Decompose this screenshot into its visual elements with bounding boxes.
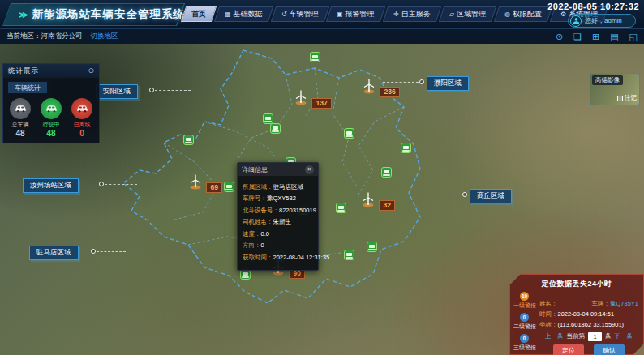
alert-row-name-plate: 姓名： 车牌：豫Q735Y1 bbox=[539, 294, 638, 309]
alert-row-time: 时间： 2022-08-04 09:14:51 bbox=[539, 310, 638, 319]
region-button-zhumadian[interactable]: 驻马店区域 bbox=[29, 246, 79, 260]
alert-row-coord: 坐标： (113.601862 33.155901) bbox=[539, 321, 638, 329]
cluster-marker[interactable]: 137 bbox=[294, 89, 332, 109]
alert-panel: 定位数据丢失24小时 19 一级警报 0 二级警报 0 三级警报 bbox=[509, 274, 644, 355]
vehicle-stats-row: 总车辆 48 行驶中 48 已离线 0 bbox=[3, 95, 99, 143]
statistics-panel-title: 统计展示 bbox=[8, 66, 39, 76]
stat-driving: 行驶中 48 bbox=[36, 98, 66, 138]
system-clock: 2022-08-05 10:27:32 bbox=[547, 2, 639, 11]
vehicle-marker-icon[interactable] bbox=[344, 250, 354, 260]
wind-turbine-icon bbox=[188, 173, 203, 190]
vehicle-marker-icon[interactable] bbox=[183, 135, 194, 145]
region-button-shangqiu[interactable]: 商丘区域 bbox=[470, 189, 512, 203]
cluster-count: 69 bbox=[206, 182, 221, 193]
popup-field-direction: 方向：0 bbox=[243, 242, 313, 250]
minimap[interactable]: 高德影像 注记 bbox=[590, 73, 640, 105]
alert-plate-value: 豫Q735Y1 bbox=[610, 300, 638, 307]
popup-field-driver: 司机姓名：朱新生 bbox=[243, 218, 313, 226]
layers-icon[interactable]: ❏ bbox=[573, 32, 582, 41]
user-menu[interactable]: 您好，admin bbox=[568, 14, 636, 28]
confirm-button[interactable]: 确认 bbox=[594, 344, 625, 355]
connector-dot bbox=[91, 249, 96, 254]
vehicle-marker-icon[interactable] bbox=[263, 113, 273, 124]
prev-record-link[interactable]: 上一条 bbox=[545, 332, 564, 340]
switch-region-link[interactable]: 切换地区 bbox=[91, 32, 118, 41]
page-number-input[interactable] bbox=[588, 332, 602, 341]
popup-field-device: 北斗设备号：82203150019 bbox=[243, 207, 313, 215]
vehicle-marker-icon[interactable] bbox=[336, 203, 346, 213]
annotation-checkbox[interactable]: 注记 bbox=[617, 94, 637, 102]
alert-tab-level1[interactable]: 19 一级警报 bbox=[513, 292, 539, 310]
vehicle-marker-icon[interactable] bbox=[224, 182, 234, 192]
tab-basic-data[interactable]: ▦基础数据 bbox=[214, 6, 273, 22]
vehicle-marker-icon[interactable] bbox=[381, 167, 392, 178]
alert-count-badge: 19 bbox=[520, 292, 529, 301]
apps-grid-icon[interactable]: ⊞ bbox=[592, 32, 599, 41]
alert-tab-level2[interactable]: 0 二级警报 bbox=[513, 313, 539, 331]
vehicle-marker-icon[interactable] bbox=[344, 128, 354, 139]
region-button-ruzhou[interactable]: 汝州场站区域 bbox=[23, 178, 79, 193]
alert-panel-title: 定位数据丢失24小时 bbox=[510, 279, 643, 289]
tab-vehicle-mgmt[interactable]: ↺车辆管理 bbox=[270, 6, 328, 22]
region-button-puyang[interactable]: 濮阳区域 bbox=[427, 76, 469, 91]
vehicle-detail-popup: 详细信息 ✕ 所属区域：驻马店区域 车牌号：豫QXY532 北斗设备号：8220… bbox=[237, 162, 319, 271]
connector-line bbox=[155, 90, 191, 91]
app-title-banner: ≫ 新能源场站车辆安全管理系统 ≪ bbox=[2, 3, 185, 26]
alert-pager: 上一条 当前第 条 下一条 bbox=[539, 332, 638, 341]
service-icon: ✛ bbox=[393, 11, 399, 18]
map-toolbar: ⊙ ❏ ⊞ ▤ ◱ bbox=[556, 29, 638, 44]
permission-icon: ◍ bbox=[504, 11, 510, 18]
fullscreen-icon[interactable]: ◱ bbox=[629, 32, 638, 41]
cluster-count: 286 bbox=[380, 87, 399, 97]
user-greeting: 您好，admin bbox=[585, 16, 622, 25]
car-icon bbox=[10, 98, 31, 119]
vehicle-stats-tab[interactable]: 车辆统计 bbox=[8, 82, 47, 93]
satellite-map[interactable]: 137 286 69 32 90 安阳区域 濮阳区域 汝州场站区域 商丘区域 bbox=[0, 44, 644, 355]
tab-permission-config[interactable]: ◍权限配置 bbox=[494, 6, 552, 22]
app-title: 新能源场站车辆安全管理系统 bbox=[32, 7, 186, 22]
sub-header: 当前地区：河南省分公司 切换地区 ⊙ ❏ ⊞ ▤ ◱ bbox=[0, 29, 644, 44]
connector-dot bbox=[462, 192, 467, 197]
target-icon[interactable]: ⊙ bbox=[556, 32, 563, 41]
locate-button[interactable]: 定位 bbox=[553, 344, 584, 355]
vehicle-marker-icon[interactable] bbox=[310, 52, 320, 62]
close-icon[interactable]: ✕ bbox=[305, 165, 314, 174]
tab-region-mgmt[interactable]: ▱区域管理 bbox=[438, 6, 496, 22]
vehicle-marker-icon[interactable] bbox=[270, 123, 281, 134]
region-button-anyang[interactable]: 安阳区域 bbox=[96, 84, 138, 99]
statistics-panel: 统计展示 ⊖ 车辆统计 总车辆 48 行驶中 48 bbox=[2, 63, 100, 143]
collapse-icon[interactable]: ⊖ bbox=[88, 67, 94, 75]
main-nav: 首页 ▦基础数据 ↺车辆管理 ▣报警管理 ✛自主服务 ▱区域管理 ◍权限配置 ⚙… bbox=[183, 6, 606, 22]
alert-tab-level3[interactable]: 0 三级警报 bbox=[513, 334, 539, 352]
connector-line bbox=[431, 195, 462, 195]
cluster-marker[interactable]: 32 bbox=[361, 191, 395, 211]
car-icon bbox=[41, 98, 62, 119]
app-window: ≫ 新能源场站车辆安全管理系统 ≪ 首页 ▦基础数据 ↺车辆管理 ▣报警管理 ✛… bbox=[0, 0, 644, 355]
user-avatar-icon bbox=[570, 15, 582, 27]
alert-buttons: 定位 确认 bbox=[539, 344, 638, 355]
stat-total-vehicles: 总车辆 48 bbox=[6, 98, 35, 138]
vehicle-marker-icon[interactable] bbox=[367, 242, 377, 252]
vehicle-marker-icon[interactable] bbox=[401, 143, 411, 153]
tab-self-service[interactable]: ✛自主服务 bbox=[383, 6, 441, 22]
cluster-marker[interactable]: 286 bbox=[362, 78, 400, 97]
wind-turbine-icon bbox=[294, 89, 308, 105]
map-region-icon: ▱ bbox=[449, 11, 454, 18]
alert-count-badge: 0 bbox=[520, 313, 529, 322]
popup-body: 所属区域：驻马店区域 车牌号：豫QXY532 北斗设备号：82203150019… bbox=[238, 176, 318, 270]
wind-turbine-icon bbox=[361, 191, 376, 207]
connector-line bbox=[105, 184, 137, 185]
popup-field-time: 获取时间：2022-08-04 12:31:35 bbox=[243, 254, 313, 262]
next-record-link[interactable]: 下一条 bbox=[615, 332, 633, 340]
connector-dot bbox=[149, 88, 154, 92]
stat-label: 已离线 bbox=[74, 121, 91, 129]
cluster-marker[interactable]: 69 bbox=[188, 173, 222, 193]
connector-line bbox=[383, 82, 419, 83]
tab-alarm-mgmt[interactable]: ▣报警管理 bbox=[326, 6, 385, 22]
tab-home[interactable]: 首页 bbox=[181, 6, 217, 22]
chevron-right-icon: ≫ bbox=[19, 10, 28, 20]
popup-header: 详细信息 ✕ bbox=[238, 163, 318, 176]
toolbox-icon[interactable]: ▤ bbox=[610, 32, 618, 41]
alert-panel-body: 19 一级警报 0 二级警报 0 三级警报 姓名： 车牌：豫Q7 bbox=[510, 292, 643, 355]
stat-value: 48 bbox=[15, 129, 24, 138]
